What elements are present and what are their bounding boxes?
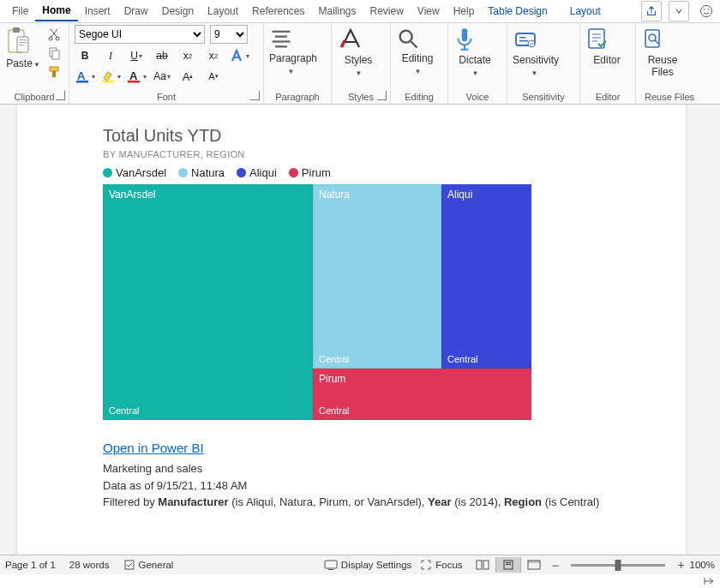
share-button[interactable] xyxy=(641,1,662,21)
legend-swatch-aliqui xyxy=(237,168,246,177)
tab-context-layout[interactable]: Layout xyxy=(563,2,608,21)
svg-rect-19 xyxy=(128,81,140,83)
svg-point-1 xyxy=(704,9,705,10)
zoom-slider[interactable] xyxy=(571,564,665,567)
font-size-select[interactable]: 9 xyxy=(210,25,248,44)
status-language[interactable]: General xyxy=(139,560,174,570)
svg-rect-20 xyxy=(273,31,291,33)
styles-button[interactable]: Styles▼ xyxy=(337,25,380,78)
focus-icon[interactable] xyxy=(420,559,432,571)
svg-rect-27 xyxy=(519,37,525,39)
ribbon: Paste▼ Clipboard Segoe UI 9 B I U▾ ab x2 xyxy=(0,23,720,105)
change-case-button[interactable]: Aa▾ xyxy=(152,68,172,85)
clipboard-group-label: Clipboard xyxy=(5,92,63,104)
italic-button[interactable]: I xyxy=(100,47,121,64)
highlight-button[interactable]: ▾ xyxy=(100,68,121,85)
view-print-button[interactable] xyxy=(495,557,521,573)
paragraph-button[interactable]: Paragraph▼ xyxy=(269,25,312,76)
editing-button[interactable]: Editing▼ xyxy=(396,25,439,76)
feedback-smile-icon[interactable] xyxy=(696,1,717,21)
status-page[interactable]: Page 1 of 1 xyxy=(5,560,56,570)
tab-mailings[interactable]: Mailings xyxy=(311,2,363,21)
view-web-button[interactable] xyxy=(521,557,547,573)
editor-group-label: Editor xyxy=(585,92,630,104)
group-voice: Dictate▼ Voice xyxy=(448,23,507,104)
sensitivity-button[interactable]: Sensitivity▼ xyxy=(513,25,555,78)
subscript-button[interactable]: x2 xyxy=(177,47,198,64)
tab-table-design[interactable]: Table Design xyxy=(481,2,554,21)
reuse-group-label: Reuse Files xyxy=(641,92,698,104)
group-sensitivity: Sensitivity▼ Sensitivity xyxy=(507,23,580,104)
status-display-settings[interactable]: Display Settings xyxy=(341,560,411,570)
status-focus[interactable]: Focus xyxy=(435,560,462,570)
svg-rect-35 xyxy=(328,569,333,570)
status-word-count[interactable]: 28 words xyxy=(69,560,110,570)
dictate-button[interactable]: Dictate▼ xyxy=(453,25,496,78)
reuse-files-label: Reuse Files xyxy=(641,54,684,78)
tab-insert[interactable]: Insert xyxy=(78,2,117,21)
font-color-button[interactable]: A▾ xyxy=(126,68,147,85)
shrink-font-button[interactable]: A▾ xyxy=(203,68,224,85)
treemap-tile-vanarsdel: VanArsdelCentral xyxy=(103,184,313,420)
svg-rect-42 xyxy=(528,561,540,563)
paste-button[interactable]: Paste▼ xyxy=(5,25,41,69)
tab-design[interactable]: Design xyxy=(155,2,201,21)
svg-rect-8 xyxy=(19,45,24,45)
status-proofing-icon[interactable] xyxy=(123,559,135,571)
grow-font-button[interactable]: A▴ xyxy=(177,68,198,85)
treemap-tile-pirum: PirumCentral xyxy=(313,369,531,421)
tab-review[interactable]: Review xyxy=(363,2,411,21)
tab-layout[interactable]: Layout xyxy=(201,2,245,21)
chart-subtitle: BY MANUFACTURER, REGION xyxy=(103,149,600,159)
legend-label: Aliqui xyxy=(249,166,277,179)
svg-point-2 xyxy=(708,9,710,10)
status-bar: Page 1 of 1 28 words General Display Set… xyxy=(0,555,720,574)
font-launcher[interactable] xyxy=(250,91,260,100)
treemap-tile-aliqui: AliquiCentral xyxy=(441,184,531,369)
paragraph-group-label: Paragraph xyxy=(269,92,326,104)
superscript-button[interactable]: x2 xyxy=(203,47,224,64)
chart-title: Total Units YTD xyxy=(103,126,600,146)
copy-button[interactable] xyxy=(45,45,63,61)
status-zoom[interactable]: 100% xyxy=(690,560,715,570)
svg-rect-33 xyxy=(125,561,134,569)
open-power-bi-link[interactable]: Open in Power BI xyxy=(103,441,204,455)
text-effects-button[interactable]: ▾ xyxy=(229,47,249,64)
legend-swatch-vanarsdel xyxy=(103,168,112,177)
tab-draw[interactable]: Draw xyxy=(117,2,155,21)
svg-rect-22 xyxy=(273,40,291,42)
format-painter-button[interactable] xyxy=(45,64,63,80)
zoom-in-button[interactable]: + xyxy=(677,558,684,572)
clipboard-launcher[interactable] xyxy=(56,91,65,100)
tab-help[interactable]: Help xyxy=(447,2,482,21)
tab-view[interactable]: View xyxy=(411,2,447,21)
reuse-files-button[interactable]: Reuse Files xyxy=(641,25,684,78)
svg-text:A: A xyxy=(129,69,138,82)
display-settings-icon[interactable] xyxy=(324,560,338,570)
paste-label: Paste xyxy=(6,57,33,69)
collapse-ribbon-button[interactable] xyxy=(703,576,717,586)
meta-date: Data as of 9/15/21, 11:48 AM xyxy=(103,477,600,495)
font-color-char-button[interactable]: A▾ xyxy=(75,68,95,85)
bold-button[interactable]: B xyxy=(75,47,95,64)
svg-rect-13 xyxy=(50,67,58,71)
svg-rect-12 xyxy=(52,51,59,59)
tab-references[interactable]: References xyxy=(245,2,311,21)
cut-button[interactable] xyxy=(45,27,63,42)
tab-home[interactable]: Home xyxy=(35,1,77,21)
overflow-button[interactable] xyxy=(669,1,689,21)
underline-button[interactable]: U▾ xyxy=(126,47,147,64)
editing-label: Editing xyxy=(402,52,434,64)
document-area[interactable]: Total Units YTD BY MANUFACTURER, REGION … xyxy=(0,105,720,555)
zoom-out-button[interactable]: − xyxy=(552,558,560,573)
svg-rect-36 xyxy=(477,561,482,569)
group-editor: Editor Editor xyxy=(580,23,636,104)
styles-launcher[interactable] xyxy=(377,91,387,100)
font-family-select[interactable]: Segoe UI xyxy=(75,25,205,44)
styles-label: Styles xyxy=(345,54,373,66)
view-read-button[interactable] xyxy=(470,557,495,573)
tab-file[interactable]: File xyxy=(5,2,35,21)
strikethrough-button[interactable]: ab xyxy=(152,47,172,64)
group-styles: Styles▼ Styles xyxy=(332,23,391,104)
editor-button[interactable]: Editor xyxy=(585,25,628,66)
